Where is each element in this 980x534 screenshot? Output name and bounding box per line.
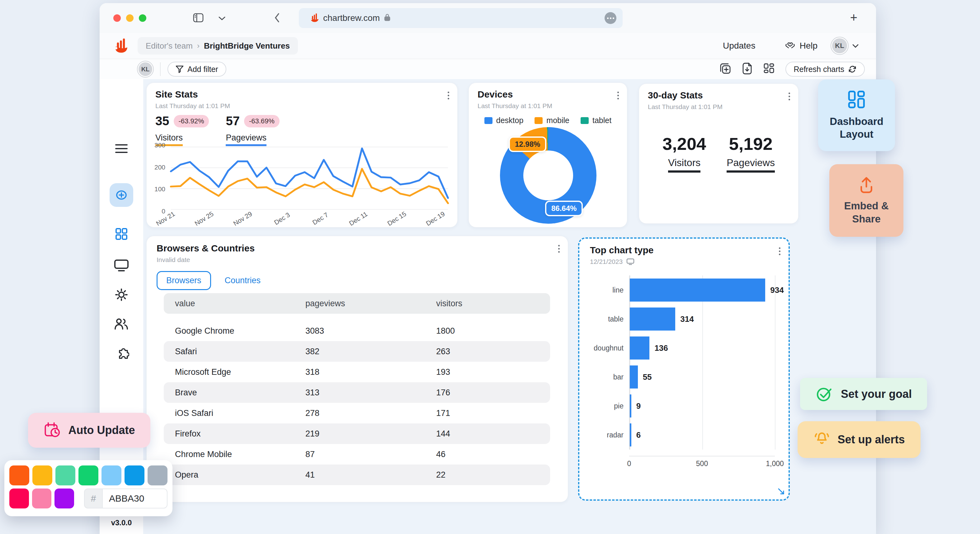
back-icon[interactable] <box>274 13 280 24</box>
palette-row-1 <box>10 465 167 485</box>
color-swatch[interactable] <box>54 488 74 508</box>
page-settings-icon[interactable] <box>605 12 616 24</box>
close-window-button[interactable] <box>113 14 121 22</box>
color-swatch[interactable] <box>102 465 121 485</box>
app-header: Editor's team › BrightBridge Ventures Up… <box>100 33 876 59</box>
table-row: Firefox219144 <box>164 423 550 444</box>
dashboard-layout-callout[interactable]: Dashboard Layout <box>818 80 895 151</box>
column-header[interactable]: visitors <box>436 299 550 308</box>
sidebar-settings-gear-icon[interactable] <box>114 287 129 303</box>
set-alerts-callout[interactable]: Set up alerts <box>797 421 921 458</box>
card-menu-kebab-icon[interactable] <box>617 92 619 99</box>
bar[interactable] <box>630 423 632 446</box>
sidebar-team-users-icon[interactable] <box>113 317 129 332</box>
x-tick-label: Dec 11 <box>348 210 369 228</box>
sidebar-integrations-puzzle-icon[interactable] <box>114 346 129 363</box>
minimize-window-button[interactable] <box>126 14 134 22</box>
resize-handle-icon[interactable] <box>777 487 786 497</box>
add-filter-button[interactable]: Add filter <box>167 62 226 77</box>
help-link[interactable]: Help <box>784 40 818 52</box>
color-swatch[interactable] <box>148 465 167 485</box>
color-swatch[interactable] <box>124 465 145 485</box>
user-avatar[interactable]: KL <box>831 37 848 54</box>
bar-value-label: 314 <box>680 314 694 324</box>
bar[interactable] <box>630 365 638 389</box>
x-tick-label: 1,000 <box>766 459 784 468</box>
color-swatch[interactable] <box>32 465 52 485</box>
color-swatch[interactable] <box>10 465 29 485</box>
metric-label[interactable]: Pageviews <box>226 133 266 146</box>
bar[interactable] <box>630 394 632 418</box>
refresh-icon <box>848 65 857 73</box>
avatar-chevron-down-icon[interactable] <box>852 44 859 48</box>
member-avatar[interactable]: KL <box>138 61 153 77</box>
hex-input[interactable] <box>102 488 167 508</box>
card-menu-kebab-icon[interactable] <box>789 92 790 100</box>
bar-category-label: line <box>589 286 624 294</box>
cell-visitors: 46 <box>436 450 550 459</box>
embed-share-callout[interactable]: Embed & Share <box>829 164 904 237</box>
breadcrumb-team[interactable]: Editor's team <box>146 41 193 51</box>
circle-check-icon <box>815 386 834 403</box>
bar-category-label: bar <box>589 373 624 381</box>
updates-link[interactable]: Updates <box>723 41 755 51</box>
sidebar-dashboard-icon[interactable] <box>114 227 129 242</box>
embed-share-label: Embed & Share <box>829 199 904 225</box>
x-tick-label: Nov 25 <box>193 210 215 228</box>
table-header-row: valuepageviewsvisitors <box>164 293 550 314</box>
bar[interactable] <box>630 279 765 301</box>
legend-item[interactable]: tablet <box>581 116 611 125</box>
color-swatch[interactable] <box>10 488 29 508</box>
color-swatch[interactable] <box>56 465 75 485</box>
column-header[interactable]: pageviews <box>305 299 436 308</box>
breadcrumb: Editor's team › BrightBridge Ventures <box>138 37 298 54</box>
address-bar[interactable]: chartbrew.com <box>299 8 623 28</box>
bar-value-label: 6 <box>636 430 641 440</box>
dashboard-canvas: Site Stats Last Thursday at 1:01 PM 35 -… <box>143 79 876 534</box>
column-header[interactable]: value <box>164 299 305 308</box>
lock-icon <box>383 13 391 23</box>
card-menu-kebab-icon[interactable] <box>779 247 780 255</box>
zoom-window-button[interactable] <box>139 14 146 22</box>
color-swatch[interactable] <box>32 488 52 508</box>
window-controls <box>113 14 146 22</box>
menu-hamburger-icon[interactable] <box>115 143 128 155</box>
card-menu-kebab-icon[interactable] <box>558 245 560 253</box>
browser-sidebar-toggle-icon[interactable] <box>193 13 204 24</box>
metric-label[interactable]: Visitors <box>668 157 700 172</box>
heart-hands-icon <box>784 40 796 52</box>
divider <box>160 62 161 76</box>
table-row: Opera4122 <box>164 464 550 485</box>
metric-label[interactable]: Pageviews <box>727 157 775 172</box>
bar[interactable] <box>630 308 675 330</box>
cell-pageviews: 278 <box>305 408 436 418</box>
duplicate-icon[interactable] <box>719 63 731 76</box>
tab-countries[interactable]: Countries <box>225 276 261 285</box>
sidebar-monitor-icon[interactable] <box>114 258 129 273</box>
breadcrumb-separator: › <box>197 41 200 50</box>
chevron-down-icon[interactable] <box>218 16 225 22</box>
hex-color-field: # <box>84 488 167 508</box>
top-chart-type-card[interactable]: Top chart type 12/21/2023 linetabledough… <box>578 238 790 501</box>
new-tab-button[interactable]: + <box>850 11 858 24</box>
card-title: Site Stats <box>155 89 230 100</box>
app-window: chartbrew.com + Editor's team › BrightBr… <box>100 3 876 534</box>
card-menu-kebab-icon[interactable] <box>448 92 449 99</box>
add-chart-button[interactable] <box>110 183 133 207</box>
set-goal-callout[interactable]: Set your goal <box>800 378 927 410</box>
desktop-percent-badge: 86.64% <box>545 201 583 216</box>
x-tick-label: Nov 29 <box>232 210 253 228</box>
chartbrew-logo[interactable] <box>114 37 129 54</box>
refresh-charts-button[interactable]: Refresh charts <box>786 62 865 77</box>
export-download-icon[interactable] <box>742 63 752 76</box>
site-stats-line-chart[interactable] <box>170 145 449 211</box>
tab-browsers[interactable]: Browsers <box>157 271 211 290</box>
layout-grid-icon[interactable] <box>763 63 775 76</box>
color-swatch[interactable] <box>78 465 99 485</box>
bar[interactable] <box>630 336 649 360</box>
auto-update-callout[interactable]: Auto Update <box>28 413 150 448</box>
legend-item[interactable]: desktop <box>484 116 523 125</box>
legend-item[interactable]: mobile <box>535 116 570 125</box>
top-chart-type-bar-chart[interactable]: linetabledoughnutbarpieradar934314136559… <box>589 276 775 470</box>
cell-value: Google Chrome <box>164 326 305 336</box>
